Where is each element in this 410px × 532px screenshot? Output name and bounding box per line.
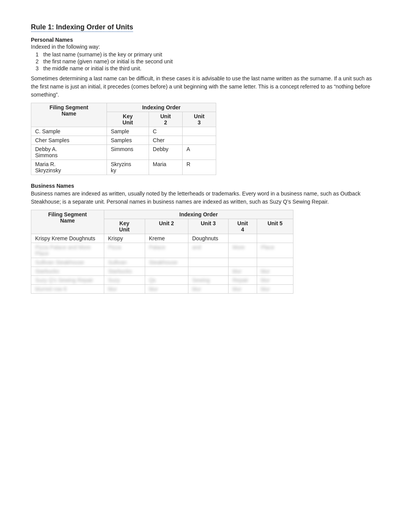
paragraph1: Sometimes determining a last name can be…: [31, 75, 379, 99]
business-row1-unit4: [229, 234, 257, 243]
business-row1-unit5: [257, 234, 293, 243]
business-row3-unit5: [257, 258, 293, 267]
business-row5-unit3: Sewing: [188, 276, 229, 285]
table-row: Maria R.Skryzinsky Skryzinsky Maria R: [31, 160, 216, 175]
business-row6-unit4: blur: [229, 285, 257, 294]
rule-num-2: 2: [31, 58, 39, 65]
rule-text-2: the first name (given name) or initial i…: [43, 58, 173, 65]
business-table-filing-header: Filing SegmentName: [31, 210, 104, 234]
business-row6-unit5: blur: [257, 285, 293, 294]
business-names-table: Filing SegmentName Indexing Order KeyUni…: [31, 210, 293, 294]
business-row4-unit2: [145, 267, 188, 276]
personal-row4-name: Maria R.Skryzinsky: [31, 160, 107, 175]
personal-row3-unit2: Debby: [149, 145, 182, 160]
personal-table-indexing-header: Indexing Order: [107, 103, 216, 112]
business-row3-key: Sullivan: [104, 258, 145, 267]
business-row6-unit2: blur: [145, 285, 188, 294]
table-row: Sullivan Steakhouse Sullivan Steakhouse: [31, 258, 293, 267]
paragraph2: Business names are indexed as written, u…: [31, 190, 379, 206]
business-row2-name: Pizza Palace and More Place: [31, 243, 104, 258]
business-row2-unit3: and: [188, 243, 229, 258]
table-row: Pizza Palace and More Place Pizza Palace…: [31, 243, 293, 258]
table-row: Cher Samples Samples Cher: [31, 136, 216, 145]
rule-text-3: the middle name or initial is the third …: [43, 65, 141, 71]
business-row3-name: Sullivan Steakhouse: [31, 258, 104, 267]
rule-item-2: 2 the first name (given name) or initial…: [31, 58, 379, 65]
rule-item-3: 3 the middle name or initial is the thir…: [31, 65, 379, 71]
personal-row1-name: C. Sample: [31, 127, 107, 136]
business-row2-unit4: More: [229, 243, 257, 258]
business-row4-key: Starbucks: [104, 267, 145, 276]
business-row4-unit5: blur: [257, 267, 293, 276]
rule-text-1: the last name (surname) is the key or pr…: [43, 51, 162, 58]
business-row6-name: blurred row 6: [31, 285, 104, 294]
personal-row4-unit3: R: [182, 160, 216, 175]
business-row5-unit4: Repair: [229, 276, 257, 285]
business-names-table-container: Filing SegmentName Indexing Order KeyUni…: [31, 210, 379, 294]
personal-row1-key: Sample: [107, 127, 149, 136]
rule-num-1: 1: [31, 51, 39, 58]
business-table-unit5-header: Unit 5: [257, 219, 293, 234]
business-names-heading: Business Names: [31, 183, 379, 189]
business-row2-unit5: Place: [257, 243, 293, 258]
business-row2-unit2: Palace: [145, 243, 188, 258]
personal-row4-key: Skryzinsky: [107, 160, 149, 175]
page-title: Rule 1: Indexing Order of Units: [31, 23, 133, 32]
rule-item-1: 1 the last name (surname) is the key or …: [31, 51, 379, 58]
business-row3-unit3: [188, 258, 229, 267]
business-row1-key: Krispy: [104, 234, 145, 243]
personal-table-unit3-header: Unit3: [182, 112, 216, 127]
rules-list: 1 the last name (surname) is the key or …: [31, 51, 379, 71]
personal-row3-key: Simmons: [107, 145, 149, 160]
business-row5-unit5: blur: [257, 276, 293, 285]
personal-table-key-header: KeyUnit: [107, 112, 149, 127]
personal-names-table-container: Filing SegmentName Indexing Order KeyUni…: [31, 103, 379, 175]
table-row: Starbucks Starbucks blur blur: [31, 267, 293, 276]
personal-names-heading: Personal Names: [31, 37, 379, 43]
table-row: Suzy Q's Sewing Repair Suzy Qs Sewing Re…: [31, 276, 293, 285]
business-row5-unit2: Qs: [145, 276, 188, 285]
business-row3-unit2: Steakhouse: [145, 258, 188, 267]
business-row1-name: Krispy Kreme Doughnuts: [31, 234, 104, 243]
business-row6-key: blur: [104, 285, 145, 294]
business-row5-key: Suzy: [104, 276, 145, 285]
intro-text: Indexed in the following way:: [31, 44, 379, 50]
personal-row2-unit3: [182, 136, 216, 145]
business-table-unit4-header: Unit4: [229, 219, 257, 234]
personal-row1-unit3: [182, 127, 216, 136]
business-table-key-header: KeyUnit: [104, 219, 145, 234]
business-table-unit3-header: Unit 3: [188, 219, 229, 234]
personal-row4-unit2: Maria: [149, 160, 182, 175]
business-row6-unit3: blur: [188, 285, 229, 294]
personal-row1-unit2: C: [149, 127, 182, 136]
business-names-section: Business Names Business names are indexe…: [31, 183, 379, 206]
business-row2-key: Pizza: [104, 243, 145, 258]
business-row4-unit3: [188, 267, 229, 276]
table-row: Krispy Kreme Doughnuts Krispy Kreme Doug…: [31, 234, 293, 243]
table-row: blurred row 6 blur blur blur blur blur: [31, 285, 293, 294]
business-table-unit2-header: Unit 2: [145, 219, 188, 234]
personal-row2-unit2: Cher: [149, 136, 182, 145]
personal-row2-key: Samples: [107, 136, 149, 145]
rule-num-3: 3: [31, 65, 39, 71]
business-row5-name: Suzy Q's Sewing Repair: [31, 276, 104, 285]
table-row: Debby A.Simmons Simmons Debby A: [31, 145, 216, 160]
business-row3-unit4: [229, 258, 257, 267]
business-row1-unit3: Doughnuts: [188, 234, 229, 243]
personal-names-table: Filing SegmentName Indexing Order KeyUni…: [31, 103, 216, 175]
personal-table-filing-header: Filing SegmentName: [31, 103, 107, 127]
personal-row3-name: Debby A.Simmons: [31, 145, 107, 160]
business-row4-name: Starbucks: [31, 267, 104, 276]
business-row1-unit2: Kreme: [145, 234, 188, 243]
business-table-indexing-header: Indexing Order: [104, 210, 293, 219]
personal-table-unit2-header: Unit2: [149, 112, 182, 127]
table-row: C. Sample Sample C: [31, 127, 216, 136]
personal-row3-unit3: A: [182, 145, 216, 160]
business-row4-unit4: blur: [229, 267, 257, 276]
personal-row2-name: Cher Samples: [31, 136, 107, 145]
